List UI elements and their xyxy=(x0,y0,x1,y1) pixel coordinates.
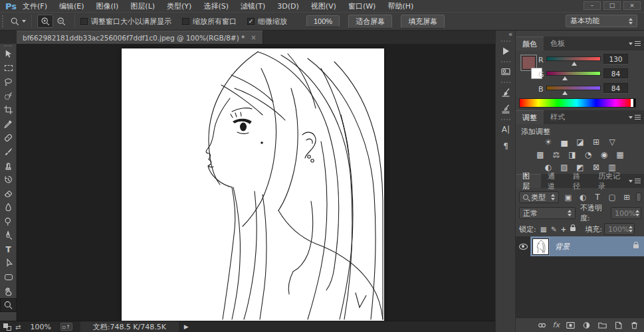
actual-pixels-button[interactable]: 100% xyxy=(306,15,340,27)
fill-dropdown[interactable]: 100% xyxy=(604,223,635,235)
workspace-switcher[interactable]: 基本功能 xyxy=(566,15,637,27)
scrubby-zoom-checkbox[interactable]: ✓ xyxy=(247,18,255,25)
hue-saturation-icon[interactable]: ▩ xyxy=(535,149,546,159)
photo-filter-icon[interactable]: ◔ xyxy=(583,149,594,159)
blur-tool[interactable] xyxy=(0,201,17,214)
dodge-tool[interactable] xyxy=(0,214,17,228)
canvas-area[interactable] xyxy=(17,44,495,321)
channel-g-value[interactable]: 84 xyxy=(603,68,628,78)
color-spectrum-ramp[interactable] xyxy=(519,98,636,108)
history-brush-tool[interactable] xyxy=(0,173,17,187)
lasso-tool[interactable] xyxy=(0,75,17,89)
fit-screen-button[interactable]: 适合屏幕 xyxy=(348,15,392,29)
color-lookup-icon[interactable]: ▦ xyxy=(615,149,626,159)
menu-select[interactable]: 选择(S) xyxy=(197,1,235,11)
menu-3d[interactable]: 3D(D) xyxy=(271,2,305,11)
crop-tool[interactable] xyxy=(0,103,17,117)
properties-panel-button[interactable] xyxy=(496,63,516,80)
minimize-button[interactable]: – xyxy=(584,1,601,10)
swap-colors-icon[interactable]: ⇄ xyxy=(15,323,21,331)
lock-move-icon[interactable]: + xyxy=(560,225,566,233)
status-zoom-level[interactable]: 100% xyxy=(30,323,51,331)
lock-transparency-icon[interactable]: ▦ xyxy=(540,225,547,233)
pen-tool[interactable] xyxy=(0,228,17,242)
channel-r-slider[interactable] xyxy=(546,56,601,61)
menu-help[interactable]: 帮助(H) xyxy=(381,1,419,11)
filter-pixel-layers-icon[interactable]: ▣ xyxy=(563,193,574,202)
menu-type[interactable]: 类型(Y) xyxy=(161,1,197,11)
close-button[interactable]: × xyxy=(623,1,641,10)
channel-b-thumb[interactable] xyxy=(562,91,568,95)
channel-g-thumb[interactable] xyxy=(562,76,568,80)
maximize-button[interactable]: □ xyxy=(603,1,621,10)
layer-style-fx-icon[interactable]: fx xyxy=(553,321,560,329)
delete-layer-trash-icon[interactable] xyxy=(629,321,639,330)
brightness-contrast-icon[interactable]: ☀ xyxy=(543,137,554,147)
channel-r-thumb[interactable] xyxy=(572,62,577,66)
zoom-out-button[interactable] xyxy=(53,15,69,28)
opacity-dropdown[interactable]: 100% xyxy=(611,207,641,219)
layer-row-background[interactable]: 背景 xyxy=(516,236,644,256)
exposure-icon[interactable]: ⊞ xyxy=(591,137,602,147)
eyedropper-tool[interactable] xyxy=(0,117,17,131)
filter-smart-objects-icon[interactable]: ⊞ xyxy=(621,193,632,202)
paragraph-panel-button[interactable]: ¶ xyxy=(496,137,516,154)
lock-paint-icon[interactable]: ✎ xyxy=(551,225,557,233)
move-tool[interactable] xyxy=(0,47,17,61)
menu-file[interactable]: 文件(F) xyxy=(17,1,53,11)
levels-icon[interactable]: ▅ xyxy=(559,137,570,147)
filter-shape-layers-icon[interactable]: ▢ xyxy=(607,193,617,202)
panel-menu-icon[interactable] xyxy=(629,110,641,124)
filter-adjustment-layers-icon[interactable]: ◐ xyxy=(578,193,588,202)
menu-view[interactable]: 视图(V) xyxy=(305,1,342,11)
panel-menu-icon[interactable] xyxy=(629,174,641,188)
add-layer-mask-icon[interactable] xyxy=(566,321,576,330)
tab-close-icon[interactable]: × xyxy=(251,34,256,41)
resize-windows-option[interactable]: 调整窗口大小以满屏显示 xyxy=(80,17,171,27)
eraser-tool[interactable] xyxy=(0,187,17,201)
link-layers-icon[interactable] xyxy=(537,321,547,330)
zoom-all-windows-option[interactable]: 缩放所有窗口 xyxy=(182,17,237,27)
layer-thumbnail[interactable] xyxy=(532,238,549,255)
menu-window[interactable]: 窗口(W) xyxy=(342,1,381,11)
rectangular-marquee-tool[interactable] xyxy=(0,61,17,75)
brush-tool[interactable] xyxy=(0,145,17,159)
zoom-all-windows-checkbox[interactable] xyxy=(182,18,189,25)
tab-paths[interactable]: 路径 xyxy=(566,174,591,188)
spot-healing-brush-tool[interactable] xyxy=(0,131,17,145)
fill-screen-button[interactable]: 填充屏幕 xyxy=(401,15,445,29)
zoom-tool[interactable] xyxy=(0,298,17,312)
brush-presets-panel-button[interactable] xyxy=(496,100,516,117)
vibrance-icon[interactable]: ▽ xyxy=(607,137,618,147)
tab-adjustments[interactable]: 调整 xyxy=(516,110,544,124)
default-colors-icon[interactable] xyxy=(3,323,11,331)
layer-visibility-toggle[interactable] xyxy=(516,244,530,250)
document-size-indicator[interactable]: 文档:748.5 K/748.5K xyxy=(80,321,179,332)
menu-edit[interactable]: 编辑(E) xyxy=(53,1,90,11)
type-tool[interactable]: T xyxy=(0,242,17,256)
new-adjustment-layer-icon[interactable] xyxy=(582,321,591,330)
black-white-icon[interactable]: ◨ xyxy=(567,149,578,159)
shape-tool[interactable] xyxy=(0,270,17,284)
new-layer-icon[interactable] xyxy=(613,321,623,330)
path-selection-tool[interactable] xyxy=(0,256,17,270)
menu-image[interactable]: 图像(I) xyxy=(90,1,125,11)
tab-channels[interactable]: 通道 xyxy=(541,174,566,188)
tab-styles[interactable]: 样式 xyxy=(544,110,572,124)
canvas-image[interactable] xyxy=(122,48,384,321)
zoom-in-button[interactable] xyxy=(37,15,53,28)
channel-b-slider[interactable] xyxy=(546,86,601,90)
collapse-panels-icon[interactable]: « xyxy=(496,31,515,39)
scrubby-zoom-option[interactable]: ✓ 细微缩放 xyxy=(247,17,287,27)
filter-type-layers-icon[interactable]: T xyxy=(592,193,603,202)
menu-filter[interactable]: 滤镜(T) xyxy=(235,1,271,11)
filter-toggle-switch[interactable] xyxy=(636,193,641,202)
color-balance-icon[interactable]: ⚖ xyxy=(551,149,562,159)
channel-b-value[interactable]: 84 xyxy=(603,83,628,93)
tab-history[interactable]: 历史记录 xyxy=(591,174,629,188)
lock-all-icon[interactable] xyxy=(570,227,576,231)
panel-menu-icon[interactable] xyxy=(629,37,641,50)
channel-mixer-icon[interactable]: ◉ xyxy=(599,149,610,159)
curves-icon[interactable]: ◪ xyxy=(575,137,586,147)
tab-color[interactable]: 颜色 xyxy=(516,37,544,50)
